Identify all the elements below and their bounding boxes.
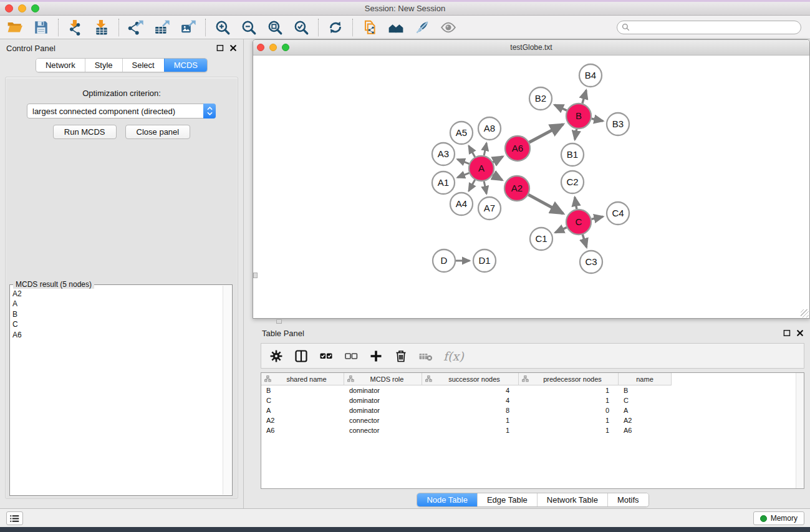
export-table-icon[interactable] xyxy=(153,19,171,36)
edge-A-A7[interactable] xyxy=(484,181,486,194)
table-panel-title: Table Panel xyxy=(262,329,304,338)
open-session-icon[interactable] xyxy=(6,19,24,36)
mcds-result-groupbox: MCDS result (5 nodes) A2ABCA6 xyxy=(9,284,233,496)
float-table-panel-icon[interactable] xyxy=(783,329,791,337)
export-image-icon[interactable] xyxy=(180,19,197,36)
zoom-fit-icon[interactable] xyxy=(266,19,284,36)
column-header-predecessor-nodes[interactable]: predecessor nodes xyxy=(519,373,619,385)
select-all-checkboxes-icon[interactable] xyxy=(317,347,334,364)
close-table-panel-icon[interactable] xyxy=(796,329,804,337)
column-header-name[interactable]: name xyxy=(619,373,672,385)
edge-A2-C[interactable] xyxy=(528,195,563,213)
export-network-icon[interactable] xyxy=(127,19,145,36)
task-history-button[interactable] xyxy=(6,511,23,525)
edge-B-B2[interactable] xyxy=(554,105,567,110)
mcds-result-item[interactable]: A6 xyxy=(12,330,222,340)
import-table-icon[interactable] xyxy=(93,19,110,36)
node-label-A1: A1 xyxy=(438,177,449,188)
edge-C-C4[interactable] xyxy=(592,216,604,219)
edge-B-B4[interactable] xyxy=(582,90,586,104)
tab-network[interactable]: Network xyxy=(36,59,85,72)
control-panel-tabs: NetworkStyleSelectMCDS xyxy=(36,58,208,72)
control-panel: Control Panel NetworkStyleSelectMCDS Opt… xyxy=(0,39,244,508)
mcds-result-item[interactable]: C xyxy=(12,319,222,329)
edge-A-A2[interactable] xyxy=(493,175,502,180)
show-graphics-details-icon[interactable] xyxy=(440,19,457,36)
node-label-D: D xyxy=(441,255,448,266)
table-cell: 0 xyxy=(519,407,619,414)
deselect-all-checkboxes-icon[interactable] xyxy=(342,347,359,364)
control-panel-header: Control Panel xyxy=(0,39,243,57)
table-scrollbar[interactable] xyxy=(796,373,804,488)
add-column-icon[interactable] xyxy=(367,347,384,364)
memory-button[interactable]: Memory xyxy=(753,511,804,525)
mcds-result-item[interactable]: A xyxy=(12,299,222,309)
table-row[interactable]: A2connector11A2 xyxy=(261,415,804,425)
network-window-titlebar[interactable]: testGlobe.txt xyxy=(253,40,809,56)
edge-A-A1[interactable] xyxy=(457,173,469,177)
hide-graphics-details-icon[interactable] xyxy=(413,19,431,36)
close-panel-icon[interactable] xyxy=(229,44,237,52)
node-label-C1: C1 xyxy=(535,233,547,244)
status-bar: Memory xyxy=(0,508,810,527)
tab-network-table[interactable]: Network Table xyxy=(537,493,607,506)
delete-column-icon[interactable] xyxy=(392,347,409,364)
edge-C-C3[interactable] xyxy=(582,235,586,248)
column-tree-icon xyxy=(425,375,432,382)
search-input[interactable] xyxy=(632,22,801,33)
tab-node-table[interactable]: Node Table xyxy=(417,493,477,506)
workspace: Control Panel NetworkStyleSelectMCDS Opt… xyxy=(0,39,810,508)
bottom-resize-handle[interactable] xyxy=(276,319,282,324)
zoom-selected-icon[interactable] xyxy=(292,19,310,36)
edge-B-B3[interactable] xyxy=(592,118,603,121)
table-row[interactable]: A6connector11A6 xyxy=(261,425,804,435)
column-header-successor-nodes[interactable]: successor nodes xyxy=(422,373,519,385)
search-field[interactable] xyxy=(617,21,801,34)
mcds-result-item[interactable]: B xyxy=(12,309,222,319)
table-cell: 8 xyxy=(422,407,519,414)
edge-A-A4[interactable] xyxy=(469,180,475,191)
table-cell: 4 xyxy=(422,397,519,404)
zoom-out-icon[interactable] xyxy=(240,19,258,36)
column-header-shared-name[interactable]: shared name xyxy=(261,373,344,385)
tab-edge-table[interactable]: Edge Table xyxy=(477,493,537,506)
edge-C-C2[interactable] xyxy=(575,197,577,209)
edge-A-A6[interactable] xyxy=(493,157,503,162)
table-cell: 1 xyxy=(422,427,519,434)
mcds-list-scrollbar[interactable] xyxy=(223,286,231,495)
window-resize-grip[interactable] xyxy=(801,309,809,317)
float-panel-icon[interactable] xyxy=(216,44,224,52)
import-network-icon[interactable] xyxy=(67,19,84,36)
edge-A-A8[interactable] xyxy=(484,143,486,155)
tab-style[interactable]: Style xyxy=(85,59,122,72)
tab-mcds[interactable]: MCDS xyxy=(164,59,207,72)
column-header-MCDS-role[interactable]: MCDS role xyxy=(344,373,422,385)
apply-layout-icon[interactable] xyxy=(327,19,344,36)
table-options-gear-icon[interactable] xyxy=(268,347,284,364)
tab-select[interactable]: Select xyxy=(122,59,164,72)
save-session-icon[interactable] xyxy=(32,19,50,36)
show-column-icon[interactable] xyxy=(292,347,309,364)
left-resize-handle[interactable] xyxy=(253,273,258,278)
edge-B-B1[interactable] xyxy=(575,129,577,140)
table-row[interactable]: Bdominator41B xyxy=(261,385,804,395)
mcds-result-item[interactable]: A2 xyxy=(12,289,222,299)
table-row[interactable]: Cdominator41C xyxy=(261,395,804,405)
edge-A-A5[interactable] xyxy=(469,146,475,157)
main-toolbar xyxy=(0,16,810,39)
edge-A-A3[interactable] xyxy=(457,159,469,163)
edge-C-C1[interactable] xyxy=(555,228,566,233)
run-mcds-button[interactable]: Run MCDS xyxy=(53,125,117,139)
node-label-A5: A5 xyxy=(456,127,467,138)
close-panel-button[interactable]: Close panel xyxy=(125,125,191,139)
first-neighbors-icon[interactable] xyxy=(387,19,405,36)
new-network-from-selection-icon[interactable] xyxy=(361,19,378,36)
network-canvas[interactable]: B4B2BB3A5A8A6A3AB1A1C2A2A4A7CC4C1C3DD1 xyxy=(254,56,809,317)
table-row[interactable]: Adominator80A xyxy=(261,405,804,415)
memory-label: Memory xyxy=(771,514,798,523)
tab-motifs[interactable]: Motifs xyxy=(607,493,648,506)
zoom-in-icon[interactable] xyxy=(214,19,231,36)
criterion-dropdown[interactable]: largest connected component (directed) xyxy=(27,104,216,118)
node-label-B: B xyxy=(576,110,582,121)
edge-A6-B[interactable] xyxy=(529,124,563,142)
